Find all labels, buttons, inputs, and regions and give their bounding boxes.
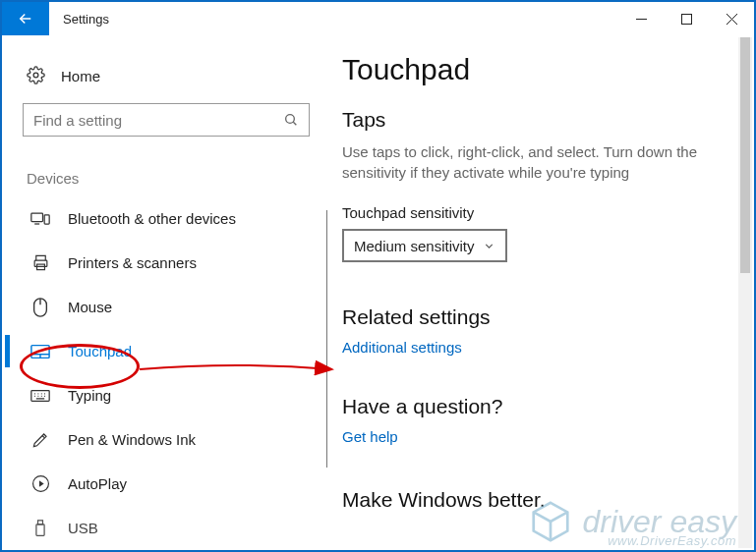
- autoplay-icon: [30, 474, 50, 493]
- home-label: Home: [61, 68, 100, 84]
- sidebar-item-touchpad[interactable]: Touchpad: [21, 329, 311, 373]
- usb-icon: [30, 520, 50, 537]
- sidebar-item-label: Touchpad: [68, 343, 132, 359]
- group-label: Devices: [27, 170, 311, 187]
- section-taps: Taps: [342, 108, 738, 132]
- sidebar-item-label: Pen & Windows Ink: [68, 431, 196, 448]
- sidebar-item-label: Bluetooth & other devices: [68, 210, 236, 227]
- content-pane: Touchpad Taps Use taps to click, right-c…: [322, 35, 754, 550]
- minimize-button[interactable]: [618, 2, 664, 35]
- sidebar-item-usb[interactable]: USB: [21, 506, 311, 550]
- svg-rect-9: [31, 390, 49, 401]
- sidebar-item-bluetooth[interactable]: Bluetooth & other devices: [21, 196, 311, 241]
- sensitivity-value: Medium sensitivity: [354, 238, 475, 254]
- close-icon: [727, 14, 737, 25]
- sidebar-item-label: Typing: [68, 387, 111, 404]
- section-related: Related settings: [342, 305, 738, 329]
- settings-window: Settings Home Devi: [0, 0, 756, 552]
- sidebar-item-typing[interactable]: Typing: [21, 373, 311, 417]
- additional-settings-link[interactable]: Additional settings: [342, 339, 738, 356]
- touchpad-icon: [30, 344, 50, 359]
- gear-icon: [27, 66, 45, 87]
- chevron-down-icon: [483, 240, 495, 252]
- section-better: Make Windows better.: [342, 488, 738, 512]
- window-body: Home Devices Bluetooth & other devices P…: [2, 35, 754, 550]
- svg-rect-3: [31, 213, 43, 221]
- printer-icon: [30, 253, 50, 272]
- titlebar: Settings: [2, 2, 754, 35]
- svg-rect-12: [36, 524, 44, 534]
- sidebar-item-mouse[interactable]: Mouse: [21, 285, 311, 329]
- home-button[interactable]: Home: [21, 57, 311, 95]
- svg-rect-0: [681, 14, 691, 24]
- keyboard-icon: [30, 389, 50, 403]
- get-help-link[interactable]: Get help: [342, 428, 738, 445]
- search-icon: [283, 112, 299, 128]
- sidebar-item-pen[interactable]: Pen & Windows Ink: [21, 417, 311, 462]
- sidebar-item-autoplay[interactable]: AutoPlay: [21, 462, 311, 506]
- sidebar-item-printers[interactable]: Printers & scanners: [21, 241, 311, 285]
- window-title: Settings: [49, 2, 123, 35]
- search-box[interactable]: [23, 103, 309, 137]
- svg-rect-4: [44, 214, 49, 223]
- search-input[interactable]: [33, 112, 283, 129]
- sidebar: Home Devices Bluetooth & other devices P…: [2, 35, 322, 550]
- sensitivity-label: Touchpad sensitivity: [342, 204, 738, 221]
- sensitivity-dropdown[interactable]: Medium sensitivity: [342, 229, 507, 262]
- scrollbar[interactable]: [738, 37, 752, 548]
- maximize-button[interactable]: [664, 2, 709, 35]
- mouse-icon: [30, 298, 50, 317]
- sidebar-item-label: Mouse: [68, 299, 112, 315]
- pen-icon: [30, 430, 50, 449]
- sidebar-item-label: AutoPlay: [68, 475, 127, 492]
- svg-point-2: [286, 115, 295, 124]
- taps-description: Use taps to click, right-click, and sele…: [342, 141, 716, 183]
- close-button[interactable]: [709, 2, 754, 35]
- back-button[interactable]: [2, 2, 49, 35]
- sidebar-item-label: Printers & scanners: [68, 254, 197, 271]
- scrollbar-thumb[interactable]: [740, 37, 750, 273]
- section-question: Have a question?: [342, 395, 738, 418]
- minimize-icon: [636, 14, 647, 25]
- svg-point-1: [33, 73, 38, 78]
- sidebar-item-label: USB: [68, 520, 98, 536]
- page-title: Touchpad: [342, 53, 738, 86]
- devices-icon: [30, 210, 50, 228]
- arrow-left-icon: [17, 10, 34, 28]
- maximize-icon: [681, 14, 692, 25]
